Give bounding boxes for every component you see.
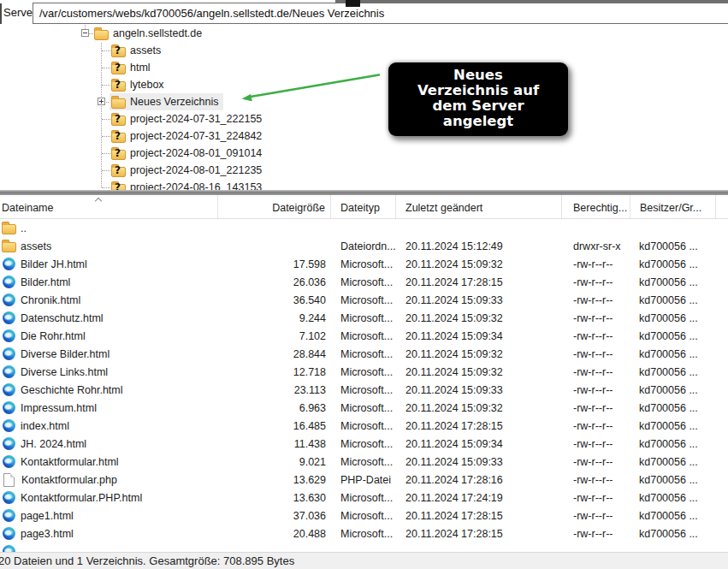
table-row[interactable]: page3.html20.488Microsoft...20.11.2024 1…: [0, 525, 728, 542]
tree-item-assets[interactable]: ?assets: [0, 42, 513, 59]
table-row[interactable]: Chronik.html36.540Microsoft...20.11.2024…: [0, 291, 728, 309]
table-row[interactable]: JH. 2024.html11.438Microsoft...20.11.202…: [0, 435, 728, 453]
tree-item-label: project-2024-08-01_221235: [130, 164, 262, 176]
cell-size: 13.630: [218, 489, 331, 507]
cell-filler: [716, 381, 728, 399]
cell-filler: [716, 363, 728, 381]
cell-size: 11.438: [218, 435, 331, 453]
table-row[interactable]: ..: [0, 219, 728, 237]
cell-name: Kontaktformular.php: [0, 471, 218, 489]
edge-html-icon: [3, 311, 15, 324]
collapse-icon[interactable]: [81, 29, 89, 37]
cell-filler: [716, 291, 728, 309]
edge-html-icon: [3, 437, 15, 450]
cell-name: Kontaktformular.html: [0, 453, 218, 471]
cell-modified: 20.11.2024 15:09:34: [396, 327, 562, 345]
cell-permissions: drwxr-sr-x: [562, 237, 630, 255]
cell-type: PHP-Datei: [331, 471, 396, 489]
cell-name: Chronik.html: [0, 291, 218, 309]
file-table-header: DateinameDateigrößeDateitypZuletzt geänd…: [0, 195, 728, 219]
tree-item-content: ?project-2024-08-01_091014: [109, 145, 266, 162]
sort-ascending-icon: [96, 197, 102, 203]
column-header-berechtig-[interactable]: Berechtig...: [562, 195, 630, 218]
cell-size: 23.113: [218, 381, 331, 399]
file-name-label: page1.html: [21, 510, 74, 522]
column-header-dateigr-e[interactable]: Dateigröße: [218, 195, 331, 218]
tree-item-label: Neues Verzeichnis: [130, 96, 219, 108]
tree-item-project-2024-08-01-221235[interactable]: ?project-2024-08-01_221235: [0, 162, 513, 179]
table-row[interactable]: [0, 542, 728, 552]
cell-size: [218, 219, 331, 237]
tree-root-row[interactable]: angeln.sellstedt.de: [0, 25, 513, 42]
cell-type: Microsoft...: [331, 255, 396, 273]
table-row[interactable]: Kontaktformular.php13.629PHP-Datei20.11.…: [0, 471, 728, 489]
file-table-body: ..assetsDateiordn...20.11.2024 15:12:49d…: [0, 219, 728, 552]
folder-icon: ?: [111, 116, 126, 126]
annotation-callout: Neues Verzeichnis auf dem Server angeleg…: [388, 62, 568, 136]
tree-item-project-2024-08-16-143153[interactable]: ?project-2024-08-16_143153: [0, 179, 513, 191]
cell-owner: kd700056 ...: [630, 363, 716, 381]
table-row[interactable]: Diverse Bilder.html28.844Microsoft...20.…: [0, 345, 728, 363]
folder-icon: [2, 242, 16, 252]
table-row[interactable]: Datenschutz.html9.244Microsoft...20.11.2…: [0, 309, 728, 327]
table-row[interactable]: assetsDateiordn...20.11.2024 15:12:49drw…: [0, 237, 728, 255]
cell-size: 36.540: [218, 291, 331, 309]
column-header-label: Dateityp: [340, 202, 380, 214]
column-header-zuletzt-ge-ndert[interactable]: Zuletzt geändert: [396, 195, 562, 218]
column-header-besitzer-gr-[interactable]: Besitzer/Gr...: [630, 195, 716, 218]
file-name-label: Kontaktformular.php: [21, 474, 117, 486]
tree-item-project-2024-08-01-091014[interactable]: ?project-2024-08-01_091014: [0, 145, 513, 162]
server-path-input[interactable]: [33, 3, 728, 23]
edge-html-icon: [3, 383, 15, 396]
column-header-label: Besitzer/Gr...: [640, 202, 701, 214]
file-name-label: Datenschutz.html: [21, 312, 104, 324]
table-row[interactable]: page1.html37.036Microsoft...20.11.2024 1…: [0, 507, 728, 525]
cell-filler: [716, 507, 728, 525]
table-row[interactable]: Die Rohr.html7.102Microsoft...20.11.2024…: [0, 327, 728, 345]
window-edge: [0, 3, 2, 24]
cell-permissions: -rw-r--r--: [562, 291, 630, 309]
cell-modified: 20.11.2024 15:09:33: [396, 453, 562, 471]
table-row[interactable]: Kontaktformular.html9.021Microsoft...20.…: [0, 453, 728, 471]
tree-item-content: ?lytebox: [109, 76, 169, 93]
table-row[interactable]: index.html16.485Microsoft...20.11.2024 1…: [0, 417, 728, 435]
cell-filler: [716, 399, 728, 417]
cell-modified: 20.11.2024 15:09:34: [396, 435, 562, 453]
expand-icon[interactable]: [98, 98, 105, 105]
cell-type: [331, 542, 396, 552]
table-row[interactable]: Diverse Links.html12.718Microsoft...20.1…: [0, 363, 728, 381]
column-header-dateiname[interactable]: Dateiname: [0, 195, 218, 218]
cell-owner: [630, 542, 716, 552]
table-row[interactable]: Bilder.html26.036Microsoft...20.11.2024 …: [0, 273, 728, 291]
tree-item-label: project-2024-07-31_222155: [130, 113, 262, 125]
cell-owner: kd700056 ...: [630, 309, 716, 327]
column-header-filler: [716, 195, 728, 218]
cell-name: page1.html: [0, 507, 218, 525]
column-header-label: Dateiname: [2, 202, 53, 214]
tree-item-content: Neues Verzeichnis: [109, 93, 223, 110]
table-row[interactable]: Geschichte Rohr.html23.113Microsoft...20…: [0, 381, 728, 399]
cell-name: Bilder JH.html: [0, 255, 218, 273]
folder-icon: ?: [111, 150, 126, 160]
window-top-strip: [335, 0, 728, 3]
file-name-label: Kontaktformular.html: [21, 456, 119, 468]
cell-modified: 20.11.2024 15:09:32: [396, 309, 562, 327]
cell-type: Dateiordn...: [331, 237, 396, 255]
table-row[interactable]: Bilder JH.html17.598Microsoft...20.11.20…: [0, 255, 728, 273]
cell-filler: [716, 435, 728, 453]
table-row[interactable]: Kontaktformular.PHP.html13.630Microsoft.…: [0, 489, 728, 507]
cell-owner: kd700056 ...: [630, 435, 716, 453]
cell-owner: kd700056 ...: [630, 525, 716, 542]
cell-type: Microsoft...: [331, 489, 396, 507]
cell-permissions: -rw-r--r--: [562, 453, 630, 471]
cell-permissions: -rw-r--r--: [562, 255, 630, 273]
column-header-dateityp[interactable]: Dateityp: [331, 195, 396, 218]
file-name-label: JH. 2024.html: [21, 438, 86, 450]
cell-name: Datenschutz.html: [0, 309, 218, 327]
table-row[interactable]: Impressum.html6.963Microsoft...20.11.202…: [0, 399, 728, 417]
cell-owner: kd700056 ...: [630, 327, 716, 345]
cell-filler: [716, 273, 728, 291]
cell-permissions: -rw-r--r--: [562, 399, 630, 417]
folder-icon: ?: [111, 133, 126, 143]
cell-owner: kd700056 ...: [630, 417, 716, 435]
